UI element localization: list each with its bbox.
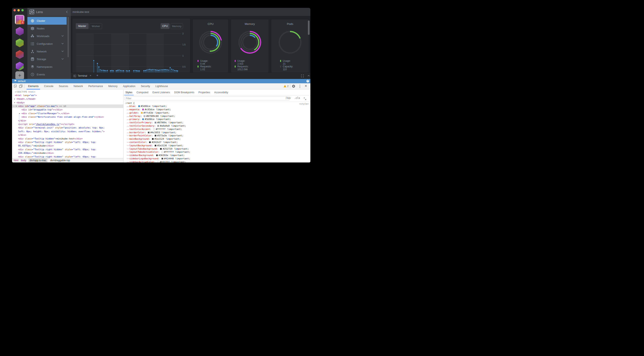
elements-tree-line[interactable]: </div> <box>12 119 123 123</box>
sidebar-scrollbar[interactable] <box>68 17 69 57</box>
color-swatch[interactable] <box>154 135 156 137</box>
styles-filter-input[interactable] <box>124 96 290 100</box>
cls-toggle[interactable]: .cls <box>294 97 300 99</box>
terminal-collapse-up-icon[interactable] <box>308 75 310 77</box>
styles-tab-computed[interactable]: Computed <box>135 90 150 96</box>
breadcrumb-item[interactable]: body <box>21 158 26 163</box>
css-variable-row[interactable]: --borderFaintColor: #373a3e !important; <box>124 134 310 137</box>
css-variable-row[interactable]: --mainBackground: #1e2124 !important; <box>124 137 310 141</box>
breadcrumb-item[interactable]: div#draggable-top <box>50 158 70 163</box>
elements-tree-line[interactable]: </div> <box>12 133 123 137</box>
sidebar-item-namespaces[interactable]: Namespaces <box>28 63 66 71</box>
styles-tab-event-listeners[interactable]: Event Listeners <box>151 90 171 96</box>
devtools-tab-security[interactable]: Security <box>140 83 152 90</box>
elements-tree-line[interactable]: <html lang="en"> <box>12 94 123 97</box>
styles-tab-styles[interactable]: Styles <box>124 90 134 96</box>
breadcrumb-item[interactable]: html <box>14 158 18 163</box>
elements-tree-line[interactable]: <div class="Tooltip right hidden" style=… <box>12 148 123 151</box>
node-tab-worker[interactable]: Worker <box>90 23 102 29</box>
color-swatch[interactable] <box>152 138 154 140</box>
macos-close-button[interactable] <box>14 9 16 11</box>
elements-tree-line[interactable]: <div class="Tooltip right hidden" style=… <box>12 155 123 158</box>
color-swatch[interactable] <box>157 125 159 127</box>
macos-minimize-button[interactable] <box>18 9 20 11</box>
devtools-close-icon[interactable]: ✕ <box>304 84 307 88</box>
styles-tab-properties[interactable]: Properties <box>197 90 212 96</box>
terminal-close-icon[interactable]: × <box>90 74 92 77</box>
expand-arrow-icon[interactable]: ▶ <box>14 97 15 101</box>
sidebar-item-nodes[interactable]: Nodes <box>28 25 66 32</box>
color-swatch[interactable] <box>154 122 156 124</box>
collapse-arrow-icon[interactable]: ▼ <box>14 101 15 104</box>
color-swatch[interactable] <box>157 161 159 163</box>
elements-tree-line[interactable]: <div id="draggable-top"></div> <box>12 108 123 112</box>
css-variable-row[interactable]: --textColorAccent: #ffffff !important; <box>124 128 310 131</box>
color-swatch[interactable] <box>162 151 163 153</box>
color-swatch[interactable] <box>142 118 144 120</box>
elements-tree-line[interactable]: <div class="Notifications flex column al… <box>12 115 123 119</box>
elements-tree-line[interactable]: 150.438px;">minikube</div> <box>12 151 123 155</box>
devtools-tab-memory[interactable]: Memory <box>107 83 119 90</box>
elements-tree-line[interactable]: left: 0px; height: 0px; visibility: hidd… <box>12 130 123 133</box>
css-variable-row[interactable]: --contentColor: #262b2f !important; <box>124 141 310 144</box>
elements-tree-line[interactable]: <script src="/build/LensDev.js"></script… <box>12 123 123 126</box>
sidebar-collapse-icon[interactable] <box>66 10 68 13</box>
color-swatch[interactable] <box>148 132 150 134</box>
elements-tree-line[interactable]: <div class="terminal-init" style="positi… <box>12 126 123 130</box>
sidebar-item-workloads[interactable]: Workloads <box>28 32 66 40</box>
devtools-tab-lighthouse[interactable]: Lighthouse <box>154 83 169 90</box>
devtools-tab-network[interactable]: Network <box>72 83 84 90</box>
help-button[interactable]: ? <box>306 80 309 82</box>
inspect-element-icon[interactable] <box>14 85 17 88</box>
elements-tree-line[interactable]: ▼<body> <box>12 101 123 104</box>
sidebar-item-network[interactable]: Network <box>28 48 66 55</box>
styles-tab-accessibility[interactable]: Accessibility <box>213 90 230 96</box>
metric-tab-memory[interactable]: Memory <box>170 23 183 29</box>
color-swatch[interactable] <box>162 158 163 160</box>
hov-toggle[interactable]: :hov <box>285 97 291 99</box>
css-variable-row[interactable]: --halfGray: #87909c80 !important; <box>124 115 310 118</box>
css-variable-row[interactable]: --sidebarBackground: #36393e !important; <box>124 154 310 157</box>
css-variable-row[interactable]: --textColorPrimary: #87909c !important; <box>124 121 310 124</box>
css-variable-row[interactable]: --layoutTabsActiveColor: #ffffff !import… <box>124 151 310 154</box>
terminal-add-icon[interactable]: + <box>96 74 98 77</box>
styles-tab-dom-breakpoints[interactable]: DOM Breakpoints <box>173 90 196 96</box>
macos-zoom-button[interactable] <box>21 9 24 11</box>
settings-gear-icon[interactable] <box>292 85 295 88</box>
collapse-arrow-icon[interactable]: ▼ <box>16 104 17 108</box>
color-swatch[interactable] <box>142 109 144 110</box>
elements-tree-line[interactable]: <div class="Tooltip hidden">minikube-tes… <box>12 137 123 141</box>
devtools-tab-console[interactable]: Console <box>42 83 55 90</box>
devtools-tab-sources[interactable]: Sources <box>57 83 70 90</box>
css-variable-row[interactable]: --magenta: #c93dce !important; <box>124 108 310 111</box>
node-tab-master[interactable]: Master <box>76 23 88 29</box>
elements-tree-line[interactable]: •••▼<div id="app" class="is-mac"> == $0 <box>12 104 123 108</box>
content-scrollbar[interactable] <box>308 20 310 35</box>
color-swatch[interactable] <box>149 141 151 143</box>
devtools-tab-performance[interactable]: Performance <box>87 83 104 90</box>
css-variable-row[interactable]: --layoutTabsBackground: #252729 !importa… <box>124 147 310 151</box>
color-swatch[interactable] <box>144 115 146 117</box>
cluster-tile[interactable] <box>16 38 24 47</box>
sidebar-item-configuration[interactable]: Configuration <box>28 40 66 48</box>
css-variable-row[interactable]: --layoutBackground: #2e3136 !important; <box>124 144 310 147</box>
css-variable-row[interactable]: --primary: #3d90ce !important; <box>124 118 310 121</box>
color-swatch[interactable] <box>138 105 140 107</box>
cluster-tile[interactable] <box>16 50 24 59</box>
color-swatch[interactable] <box>141 112 143 114</box>
sidebar-item-storage[interactable]: Storage <box>28 55 66 63</box>
sidebar-item-cluster[interactable]: Cluster <box>28 17 66 25</box>
metric-tab-cpu[interactable]: CPU <box>160 23 170 29</box>
css-variable-row[interactable]: --sidebarLogoBackground: #414448 !import… <box>124 157 310 160</box>
device-toolbar-icon[interactable] <box>19 85 22 88</box>
terminal-fullscreen-icon[interactable] <box>301 75 304 77</box>
breadcrumb-item[interactable]: div#app.is-mac <box>28 158 48 163</box>
elements-tree-line[interactable]: ▶<div class="ClusterManager">…</div> <box>12 112 123 115</box>
warning-icon[interactable] <box>284 85 286 87</box>
color-swatch[interactable] <box>160 148 162 150</box>
css-selector[interactable]: :root { <style> <box>124 102 310 105</box>
cluster-tile[interactable] <box>16 27 24 36</box>
stylesheet-source-link[interactable]: <style> <box>299 102 309 106</box>
css-variable-row[interactable]: --borderColor: #4c5053 !important; <box>124 131 310 134</box>
color-swatch[interactable] <box>156 154 158 156</box>
